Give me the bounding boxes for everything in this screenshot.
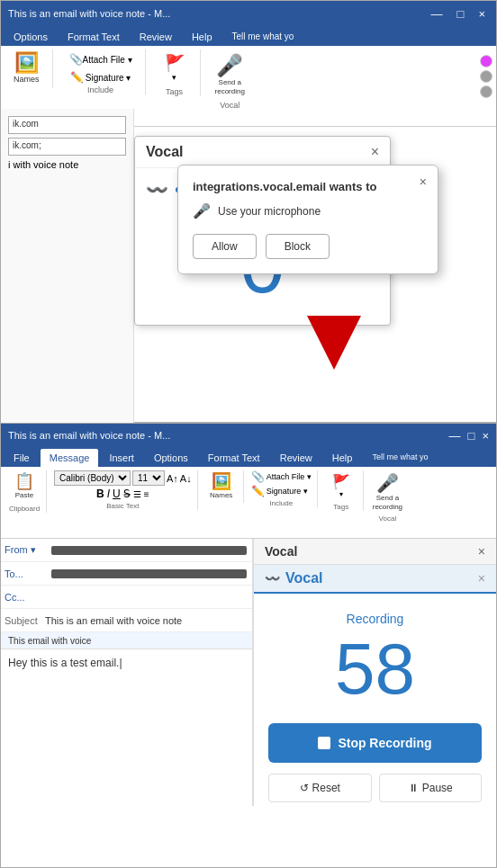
basic-text-label: Basic Text xyxy=(106,502,139,510)
bottom-ribbon-body: 📋 Paste Clipboard Calibri (Body) 11 A↑ A… xyxy=(1,467,496,539)
tab-tell-me[interactable]: Tell me what yo xyxy=(363,449,437,467)
color-circle-gray1[interactable] xyxy=(480,70,492,83)
tab-review[interactable]: Review xyxy=(131,28,181,46)
tab-help[interactable]: Help xyxy=(323,449,362,467)
tab-tell-me[interactable]: Tell me what yo xyxy=(223,28,303,46)
down-arrow-icon xyxy=(307,316,361,370)
waveform-icon: 〰️ xyxy=(146,179,168,201)
vr-brand-bar: 〰️ Vocal × xyxy=(254,565,496,594)
italic-button[interactable]: I xyxy=(107,488,110,500)
tags-buttons: 🚩 ▾ xyxy=(157,49,193,85)
tab-options[interactable]: Options xyxy=(5,28,57,46)
top-to2-field[interactable]: ik.com; xyxy=(8,138,126,156)
bottom-vocal-label: Vocal xyxy=(379,515,397,523)
vr-brand-name: Vocal xyxy=(285,570,323,586)
bullets-button[interactable]: ☰ xyxy=(133,489,141,499)
flag-button[interactable]: 🚩 ▾ xyxy=(157,49,193,85)
send-recording-button[interactable]: 🎤 Send arecording xyxy=(212,49,248,99)
bottom-attach-button[interactable]: 📎 Attach File ▾ xyxy=(251,470,312,483)
paste-button[interactable]: 📋 Paste xyxy=(8,470,41,503)
bottom-attach-icon: 📎 xyxy=(251,470,265,483)
bottom-send-recording-label: Send arecording xyxy=(373,494,402,511)
tab-insert[interactable]: Insert xyxy=(100,449,143,467)
vr-brand-close-button[interactable]: × xyxy=(478,571,485,586)
vr-bottom-buttons: ↺ Reset ⏸ Pause xyxy=(268,774,482,802)
arrow-indicator xyxy=(307,316,361,370)
top-to-field[interactable]: ik.com xyxy=(8,116,126,134)
names-icon: 🖼️ xyxy=(14,53,39,73)
tab-options[interactable]: Options xyxy=(145,449,197,467)
top-window-title: This is an email with voice note - M... xyxy=(8,8,428,19)
tab-review[interactable]: Review xyxy=(271,449,321,467)
bottom-flag-icon: 🚩 xyxy=(332,473,350,490)
bottom-send-recording-button[interactable]: 🎤 Send arecording xyxy=(371,470,404,513)
names-buttons: 🖼️ Names xyxy=(8,49,45,88)
bottom-names-icon: 🖼️ xyxy=(212,473,231,489)
vocal-panel-header: Vocal × xyxy=(135,137,390,168)
font-shrink-icon[interactable]: A↓ xyxy=(180,473,192,484)
ribbon-group-tags: 🚩 ▾ Tags xyxy=(157,49,201,96)
email-body[interactable]: Hey this is a test email.| xyxy=(1,649,252,806)
color-circle-purple[interactable] xyxy=(480,55,492,67)
font-name-select[interactable]: Calibri (Body) xyxy=(54,470,131,486)
block-button[interactable]: Block xyxy=(266,234,330,259)
bottom-window-controls: — □ × xyxy=(449,429,489,443)
names-button[interactable]: 🖼️ Names xyxy=(8,49,45,88)
bottom-window-title: This is an email with voice note - M... xyxy=(8,430,449,441)
close-button[interactable]: × xyxy=(474,7,489,21)
attach-label: Attach File ▾ xyxy=(83,55,132,65)
strikethrough-button[interactable]: S̶ xyxy=(123,488,131,500)
allow-button[interactable]: Allow xyxy=(193,234,257,259)
vr-close-button[interactable]: × xyxy=(478,544,485,559)
stop-recording-button[interactable]: Stop Recording xyxy=(268,723,482,763)
signature-label: Signature ▾ xyxy=(86,73,131,83)
vocal-group-label: Vocal xyxy=(220,101,239,110)
tab-file[interactable]: File xyxy=(5,449,39,467)
stop-recording-label: Stop Recording xyxy=(338,736,431,750)
bold-button[interactable]: B xyxy=(96,488,104,500)
permission-close-button[interactable]: × xyxy=(420,174,427,189)
maximize-button[interactable]: □ xyxy=(454,7,468,21)
numbering-button[interactable]: ≡ xyxy=(144,489,149,499)
flag-icon: 🚩 xyxy=(165,53,185,73)
underline-button[interactable]: U xyxy=(113,488,121,500)
bottom-flag-button[interactable]: 🚩 ▾ xyxy=(325,470,357,501)
vr-body: Recording 58 Stop Recording ↺ Reset ⏸ Pa… xyxy=(254,594,496,811)
bottom-microphone-icon: 🎤 xyxy=(376,472,399,494)
names-group: 🖼️ Names xyxy=(205,470,244,503)
permission-mic-text: Use your microphone xyxy=(218,205,321,218)
bottom-signature-button[interactable]: ✏️ Signature ▾ xyxy=(251,485,312,497)
bottom-include-label: Include xyxy=(269,499,293,507)
bottom-ribbon-tabs: File Message Insert Options Format Text … xyxy=(1,447,496,467)
tab-message[interactable]: Message xyxy=(41,449,99,467)
basic-text-group: Calibri (Body) 11 A↑ A↓ B I U S̶ ☰ ≡ Bas… xyxy=(54,470,198,510)
color-circle-gray2[interactable] xyxy=(480,85,492,98)
from-label[interactable]: From ▾ xyxy=(5,544,50,556)
vocal-recording-panel: Vocal × 〰️ Vocal × Recording 58 Stop Rec… xyxy=(253,539,496,806)
tab-format-text[interactable]: Format Text xyxy=(199,449,269,467)
tab-format-text[interactable]: Format Text xyxy=(59,28,129,46)
bottom-email-area: From ▾ To... Cc... Subject This is an em… xyxy=(1,539,496,806)
bottom-close-button[interactable]: × xyxy=(482,429,489,443)
top-title-bar: This is an email with voice note - M... … xyxy=(1,1,496,26)
vr-timer: 58 xyxy=(335,633,415,705)
permission-mic-row: 🎤 Use your microphone xyxy=(193,202,423,219)
tab-help[interactable]: Help xyxy=(183,28,221,46)
bottom-maximize-button[interactable]: □ xyxy=(468,429,475,443)
subject-value[interactable]: This is an email with voice note xyxy=(45,615,182,626)
font-grow-icon[interactable]: A↑ xyxy=(167,473,178,484)
pause-button[interactable]: ⏸ Pause xyxy=(379,774,483,802)
reset-button[interactable]: ↺ Reset xyxy=(268,774,372,802)
minimize-button[interactable]: — xyxy=(428,7,447,21)
tags-group-label: Tags xyxy=(166,87,183,96)
font-size-select[interactable]: 11 xyxy=(132,470,165,486)
cc-label[interactable]: Cc... xyxy=(5,592,50,603)
attach-file-button[interactable]: 📎 Attach File ▾ xyxy=(64,49,138,69)
bottom-attach-label: Attach File ▾ xyxy=(267,472,312,481)
bottom-tags-label: Tags xyxy=(333,503,348,511)
paste-label: Paste xyxy=(15,491,33,500)
vocal-panel-close-button[interactable]: × xyxy=(371,144,379,160)
to-label[interactable]: To... xyxy=(5,568,50,579)
bottom-names-button[interactable]: 🖼️ Names xyxy=(205,470,238,503)
bottom-minimize-button[interactable]: — xyxy=(449,429,461,443)
